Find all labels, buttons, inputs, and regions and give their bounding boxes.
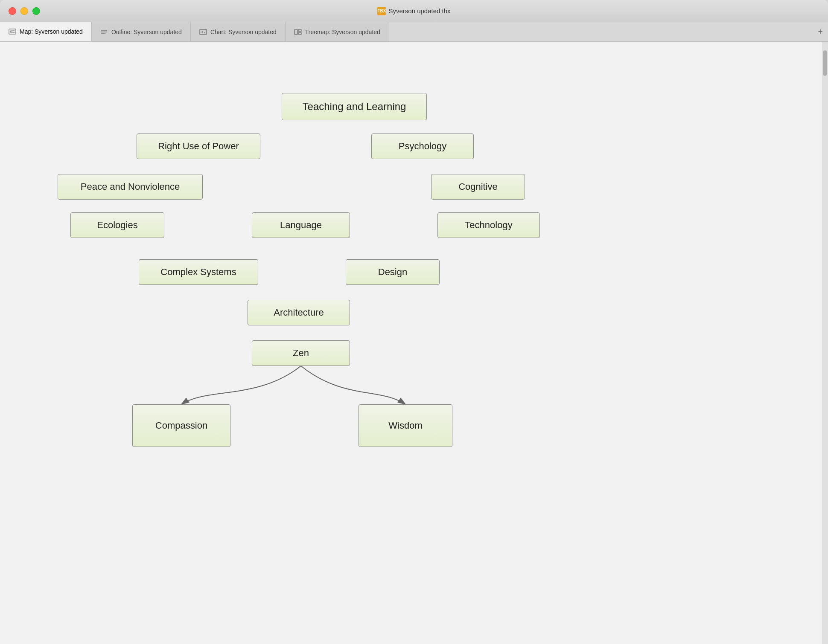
close-button[interactable]: [9, 7, 16, 15]
node-ecologies[interactable]: Ecologies: [70, 212, 164, 238]
map-canvas[interactable]: Teaching and Learning Right Use of Power…: [0, 42, 828, 644]
minimize-button[interactable]: [20, 7, 28, 15]
node-wisdom[interactable]: Wisdom: [359, 404, 452, 447]
node-right-use-of-power[interactable]: Right Use of Power: [137, 133, 260, 159]
scrollbar-thumb[interactable]: [823, 50, 827, 76]
node-technology[interactable]: Technology: [437, 212, 540, 238]
node-peace-and-nonviolence[interactable]: Peace and Nonviolence: [58, 174, 203, 200]
node-zen[interactable]: Zen: [252, 340, 350, 366]
node-complex-systems[interactable]: Complex Systems: [139, 259, 258, 285]
svg-point-1: [10, 31, 12, 32]
node-teaching-and-learning[interactable]: Teaching and Learning: [282, 93, 427, 120]
node-language[interactable]: Language: [252, 212, 350, 238]
connections-svg: [0, 42, 828, 644]
tab-map[interactable]: Map: Syverson updated: [0, 22, 92, 41]
scrollbar-right[interactable]: [822, 42, 828, 644]
title-bar: TBX Syverson updated.tbx: [0, 0, 828, 22]
tab-treemap[interactable]: Treemap: Syverson updated: [286, 22, 389, 41]
tab-outline[interactable]: Outline: Syverson updated: [92, 22, 191, 41]
app-icon: TBX: [377, 7, 386, 15]
tab-bar: Map: Syverson updated Outline: Syverson …: [0, 22, 828, 42]
app-window: TBX Syverson updated.tbx Map: Syverson u…: [0, 0, 828, 644]
traffic-lights: [9, 7, 40, 15]
node-compassion[interactable]: Compassion: [132, 404, 230, 447]
svg-rect-13: [298, 32, 301, 35]
node-psychology[interactable]: Psychology: [371, 133, 474, 159]
tab-chart[interactable]: Chart: Syverson updated: [191, 22, 286, 41]
node-architecture[interactable]: Architecture: [248, 300, 350, 325]
svg-rect-12: [298, 29, 301, 32]
node-design[interactable]: Design: [346, 259, 440, 285]
new-tab-button[interactable]: +: [813, 22, 828, 41]
node-cognitive[interactable]: Cognitive: [431, 174, 525, 200]
maximize-button[interactable]: [32, 7, 40, 15]
svg-rect-11: [294, 29, 297, 35]
window-title: TBX Syverson updated.tbx: [377, 7, 450, 15]
